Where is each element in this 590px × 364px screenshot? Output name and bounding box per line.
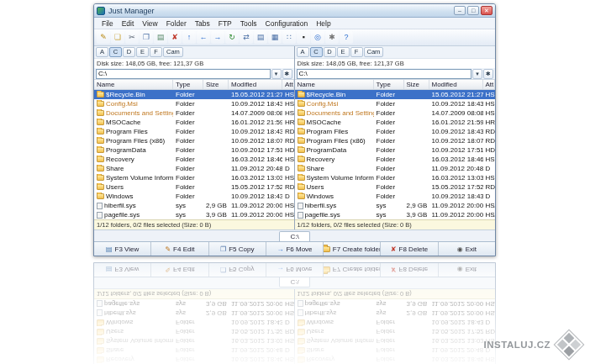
minimize-button[interactable]: – bbox=[454, 6, 466, 15]
column-header-size[interactable]: Size bbox=[203, 80, 229, 89]
menu-edit[interactable]: Edit bbox=[118, 19, 139, 28]
file-attributes: HSD bbox=[282, 174, 294, 182]
file-row[interactable]: hiberfil.syssys2,9 GB11.09.2012 20:00:20… bbox=[295, 201, 496, 210]
folder-icon bbox=[298, 129, 305, 135]
file-row[interactable]: ProgramDataFolder10.09.2012 17:51:19HD bbox=[295, 145, 496, 155]
exit-button[interactable]: ◉Exit bbox=[439, 242, 495, 256]
file-modified: 10.09.2012 18:43:37 bbox=[429, 100, 483, 108]
list-view-icon[interactable]: ▤ bbox=[254, 31, 267, 44]
up-icon[interactable]: ↑ bbox=[182, 31, 196, 44]
refresh-icon[interactable]: ↻ bbox=[225, 31, 239, 44]
swap-panes-icon[interactable]: ⇄ bbox=[240, 31, 253, 44]
maximize-button[interactable]: □ bbox=[467, 6, 479, 15]
file-row[interactable]: System Volume Informati...Folder16.03.20… bbox=[94, 173, 294, 182]
titlebar[interactable]: Just Manager – □ ✕ bbox=[94, 4, 495, 18]
delete-button[interactable]: ✘F8 Delete bbox=[381, 242, 438, 256]
column-header-modified[interactable]: Modified bbox=[229, 80, 282, 89]
drive-a-button[interactable]: A bbox=[297, 47, 309, 57]
column-header-size[interactable]: Size bbox=[404, 80, 429, 89]
path-input[interactable] bbox=[297, 69, 472, 79]
cut-icon[interactable]: ✂ bbox=[125, 31, 139, 44]
path-dropdown-button[interactable]: ▾ bbox=[271, 69, 282, 79]
file-row[interactable]: ShareFolder11.09.2012 20:48:20D bbox=[295, 164, 496, 173]
path-dropdown-button[interactable]: ▾ bbox=[472, 69, 482, 79]
menu-file[interactable]: File bbox=[97, 19, 118, 28]
file-row[interactable]: WindowsFolder10.09.2012 18:43:20D bbox=[295, 192, 496, 201]
file-row[interactable]: Config.MsiFolder10.09.2012 18:43:37HSD bbox=[94, 99, 294, 108]
drive-c-button[interactable]: C bbox=[310, 47, 323, 57]
file-row[interactable]: Documents and SettingsFolder14.07.2009 0… bbox=[94, 108, 294, 118]
create-folder-button[interactable]: F7 Create folder bbox=[324, 242, 381, 256]
drive-e-button[interactable]: E bbox=[337, 47, 350, 57]
drive-c-button[interactable]: C bbox=[109, 47, 122, 57]
path-tab[interactable]: C:\ bbox=[279, 231, 309, 241]
file-row[interactable]: pagefile.syssys3,9 GB11.09.2012 20:00:25… bbox=[94, 210, 294, 219]
menu-view[interactable]: View bbox=[138, 19, 161, 28]
file-row[interactable]: WindowsFolder10.09.2012 18:43:20D bbox=[94, 192, 294, 201]
path-favorites-button[interactable]: ✱ bbox=[483, 69, 493, 79]
column-header-name[interactable]: Name bbox=[295, 80, 374, 89]
path-favorites-button[interactable]: ✱ bbox=[282, 69, 292, 79]
menu-ftp[interactable]: FTP bbox=[214, 19, 236, 28]
file-row[interactable]: System Volume Informati...Folder16.03.20… bbox=[295, 173, 496, 182]
file-size: 2,9 GB bbox=[203, 202, 229, 209]
file-row[interactable]: Program Files (x86)Folder10.09.2012 18:0… bbox=[295, 136, 496, 145]
file-row[interactable]: ShareFolder11.09.2012 20:48:20D bbox=[94, 164, 294, 173]
copy-icon[interactable]: ❐ bbox=[140, 31, 153, 44]
column-header-type[interactable]: Type bbox=[374, 80, 404, 89]
file-row[interactable]: hiberfil.syssys2,9 GB11.09.2012 20:00:20… bbox=[94, 201, 294, 210]
drive-f-button[interactable]: F bbox=[150, 47, 162, 57]
file-row[interactable]: RecoveryFolder16.03.2012 18:46:47HSD bbox=[94, 155, 294, 164]
settings-icon[interactable]: ✱ bbox=[325, 31, 339, 44]
menu-folder[interactable]: Folder bbox=[162, 19, 191, 28]
file-row[interactable]: $Recycle.BinFolder15.05.2012 21:27:26HSD bbox=[295, 90, 496, 99]
move-button[interactable]: →F6 Move bbox=[266, 242, 324, 256]
file-row[interactable]: RecoveryFolder16.03.2012 18:46:47HSD bbox=[295, 155, 496, 164]
drive-cam-button[interactable]: Cam bbox=[163, 47, 183, 57]
terminal-icon[interactable]: ▪ bbox=[297, 31, 310, 44]
close-button[interactable]: ✕ bbox=[481, 6, 493, 15]
drive-cam-button[interactable]: Cam bbox=[364, 47, 384, 57]
file-row[interactable]: Program FilesFolder10.09.2012 18:43:00RD bbox=[295, 127, 496, 136]
delete-icon[interactable]: ✘ bbox=[168, 31, 182, 44]
file-row[interactable]: pagefile.syssys3,9 GB11.09.2012 20:00:25… bbox=[295, 210, 496, 219]
menu-tabs[interactable]: Tabs bbox=[191, 19, 214, 28]
menu-tools[interactable]: Tools bbox=[236, 19, 261, 28]
file-row[interactable]: Program Files (x86)Folder10.09.2012 18:0… bbox=[94, 136, 294, 145]
menu-help[interactable]: Help bbox=[312, 19, 335, 28]
edit-file-icon[interactable]: ✎ bbox=[97, 31, 110, 44]
menu-configuration[interactable]: Configuration bbox=[261, 19, 313, 28]
drive-a-button[interactable]: A bbox=[96, 47, 108, 57]
back-icon[interactable]: ← bbox=[197, 31, 210, 44]
column-header-name[interactable]: Name bbox=[94, 80, 173, 89]
file-row[interactable]: $Recycle.BinFolder15.05.2012 21:27:26HSD bbox=[94, 90, 294, 99]
column-header-attributes[interactable]: Att... bbox=[483, 80, 496, 89]
drive-e-button[interactable]: E bbox=[136, 47, 149, 57]
file-row[interactable]: Documents and SettingsFolder14.07.2009 0… bbox=[295, 108, 496, 118]
file-row[interactable]: MSOCacheFolder16.01.2012 21:59:08HRD bbox=[94, 118, 294, 127]
new-folder-icon[interactable]: ❏ bbox=[111, 31, 124, 44]
drive-d-button[interactable]: D bbox=[123, 47, 135, 57]
drive-d-button[interactable]: D bbox=[324, 47, 336, 57]
drive-f-button[interactable]: F bbox=[350, 47, 363, 57]
column-header-attributes[interactable]: Att... bbox=[282, 80, 294, 89]
tree-view-icon[interactable]: ∷ bbox=[282, 31, 296, 44]
column-header-type[interactable]: Type bbox=[173, 80, 203, 89]
file-row[interactable]: MSOCacheFolder16.01.2012 21:59:08HRD bbox=[295, 118, 496, 127]
file-row[interactable]: Program FilesFolder10.09.2012 18:43:00RD bbox=[94, 127, 294, 136]
view-button[interactable]: ▤F3 View bbox=[94, 242, 151, 256]
file-row[interactable]: Config.MsiFolder10.09.2012 18:43:37HSD bbox=[295, 99, 496, 108]
details-view-icon[interactable]: ▦ bbox=[268, 31, 282, 44]
help-icon[interactable]: ? bbox=[340, 31, 353, 44]
paste-icon[interactable]: ▤ bbox=[154, 31, 167, 44]
column-header-modified[interactable]: Modified bbox=[429, 80, 483, 89]
path-input[interactable] bbox=[96, 69, 271, 79]
file-row[interactable]: UsersFolder15.05.2012 17:52:22RD bbox=[295, 182, 496, 192]
forward-icon[interactable]: → bbox=[211, 31, 224, 44]
file-type: Folder bbox=[173, 174, 203, 182]
file-row[interactable]: UsersFolder15.05.2012 17:52:22RD bbox=[94, 182, 294, 192]
copy-button[interactable]: ❐F5 Copy bbox=[209, 242, 266, 256]
edit-button[interactable]: ✎F4 Edit bbox=[151, 242, 208, 256]
ftp-icon[interactable]: ◎ bbox=[311, 31, 324, 44]
file-row[interactable]: ProgramDataFolder10.09.2012 17:51:19HD bbox=[94, 145, 294, 155]
